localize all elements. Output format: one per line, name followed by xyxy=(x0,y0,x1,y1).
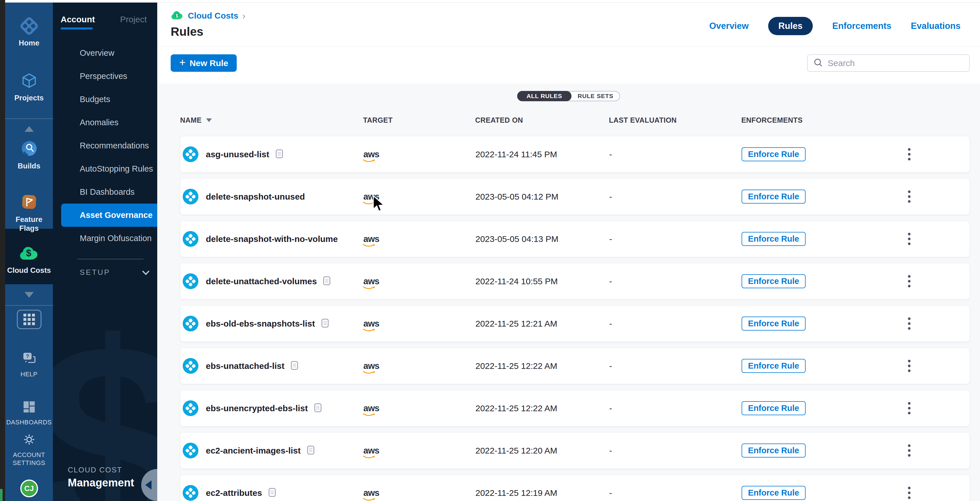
table-row[interactable]: delete-unattached-volumes aws 2022-11-24… xyxy=(180,263,970,299)
table-row[interactable]: ebs-unattached-list aws 2022-11-25 12:22… xyxy=(180,348,970,384)
rule-description-icon[interactable] xyxy=(269,488,276,498)
header-divider xyxy=(157,46,980,47)
sidebar-item-builds[interactable]: Builds xyxy=(5,139,53,170)
rule-description-icon[interactable] xyxy=(307,445,315,456)
module-title: Management xyxy=(68,477,134,489)
search-input[interactable] xyxy=(827,58,963,68)
toggle-rule-sets[interactable]: RULE SETS xyxy=(566,91,620,101)
row-menu-kebab[interactable] xyxy=(908,315,920,332)
enforce-rule-button[interactable]: Enforce Rule xyxy=(741,147,806,161)
rule-icon xyxy=(183,316,199,331)
rule-description-icon[interactable] xyxy=(291,361,298,371)
sidebar-item-account-settings[interactable]: ACCOUNTSETTINGS xyxy=(5,432,53,467)
sidebar-item-projects[interactable]: Projects xyxy=(5,72,53,102)
enforce-rule-button[interactable]: Enforce Rule xyxy=(741,232,806,246)
page-tabs: Overview Rules Enforcements Evaluations xyxy=(709,17,961,35)
last-evaluation-value: - xyxy=(609,361,741,371)
aws-target-logo: aws xyxy=(363,192,476,202)
rule-description-icon[interactable] xyxy=(323,276,331,286)
rail-divider xyxy=(5,118,53,119)
submenu-item-recommendations[interactable]: Recommendations xyxy=(53,134,157,157)
svg-text:$: $ xyxy=(26,248,31,258)
rule-description-icon[interactable] xyxy=(314,403,321,414)
submenu-item-autostopping-rules[interactable]: AutoStopping Rules xyxy=(53,157,157,180)
rail-scroll-up[interactable] xyxy=(5,126,53,132)
enforce-rule-button[interactable]: Enforce Rule xyxy=(741,359,806,373)
chat-question-icon: ? xyxy=(21,351,37,367)
created-on-value: 2022-11-25 12:22 AM xyxy=(476,404,609,413)
user-avatar[interactable]: CJ xyxy=(5,480,53,497)
rule-description-icon[interactable] xyxy=(321,318,329,329)
rule-description-icon[interactable] xyxy=(275,149,283,159)
table-row[interactable]: asg-unused-list aws 2022-11-24 11:45 PM … xyxy=(180,136,970,172)
rule-name: ec2-ancient-images-list xyxy=(206,446,301,455)
toggle-all-rules[interactable]: ALL RULES xyxy=(517,91,571,101)
submenu-item-margin-obfuscation[interactable]: Margin Obfuscation xyxy=(53,227,157,250)
rail-item-label: ACCOUNTSETTINGS xyxy=(13,451,45,467)
enforce-rule-button[interactable]: Enforce Rule xyxy=(741,486,806,500)
rule-name: ebs-unattached-list xyxy=(206,361,285,371)
table-row[interactable]: delete-snapshot-with-no-volume aws 2023-… xyxy=(180,221,970,257)
column-header-name[interactable]: NAME xyxy=(180,116,363,124)
last-evaluation-value: - xyxy=(609,319,741,329)
sidebar-item-help[interactable]: ? HELP xyxy=(5,351,53,379)
enforce-rule-button[interactable]: Enforce Rule xyxy=(741,401,806,415)
rail-divider xyxy=(5,305,53,306)
tab-overview[interactable]: Overview xyxy=(709,21,749,31)
row-menu-kebab[interactable] xyxy=(908,484,920,501)
setup-section-toggle[interactable]: SETUP xyxy=(80,268,148,277)
submenu-item-bi-dashboards[interactable]: BI Dashboards xyxy=(53,180,157,204)
breadcrumb-cloud-costs-link[interactable]: Cloud Costs xyxy=(188,11,239,21)
browser-top-edge xyxy=(0,0,980,3)
sidebar-item-cloud-costs[interactable]: $ Cloud Costs xyxy=(5,244,53,275)
rules-table-section: ALL RULES RULE SETS NAME TARGET CREATED … xyxy=(157,84,980,501)
submenu-item-perspectives[interactable]: Perspectives xyxy=(53,65,157,88)
row-menu-kebab[interactable] xyxy=(908,442,920,459)
sidebar-item-home[interactable]: Home xyxy=(5,16,53,48)
column-header-last-evaluation: LAST EVALUATION xyxy=(609,116,741,124)
rail-item-label: Home xyxy=(19,38,39,48)
module-footer: CLOUD COST Management xyxy=(68,466,134,489)
builds-icon xyxy=(20,139,38,159)
table-row[interactable]: delete-snapshot-unused aws 2023-05-05 04… xyxy=(180,178,970,215)
table-row[interactable]: ebs-unencrypted-ebs-list aws 2022-11-25 … xyxy=(180,390,970,426)
tab-rules[interactable]: Rules xyxy=(768,17,813,35)
last-evaluation-value: - xyxy=(609,234,741,244)
tab-account[interactable]: Account xyxy=(60,14,95,24)
aws-target-logo: aws xyxy=(363,445,476,456)
submenu-item-budgets[interactable]: Budgets xyxy=(53,88,157,111)
enforce-rule-button[interactable]: Enforce Rule xyxy=(741,444,806,458)
enforce-rule-button[interactable]: Enforce Rule xyxy=(741,189,806,204)
new-rule-button[interactable]: + New Rule xyxy=(171,54,237,72)
table-body: asg-unused-list aws 2022-11-24 11:45 PM … xyxy=(180,136,970,501)
sort-desc-icon xyxy=(206,118,212,122)
last-evaluation-value: - xyxy=(609,277,741,286)
submenu-item-anomalies[interactable]: Anomalies xyxy=(53,111,157,134)
enforce-rule-button[interactable]: Enforce Rule xyxy=(741,317,806,331)
table-row[interactable]: ec2-ancient-images-list aws 2022-11-25 1… xyxy=(180,433,970,469)
row-menu-kebab[interactable] xyxy=(908,188,920,205)
tab-enforcements[interactable]: Enforcements xyxy=(832,21,891,31)
rail-scroll-down[interactable] xyxy=(5,292,53,298)
rule-icon xyxy=(183,443,199,458)
row-menu-kebab[interactable] xyxy=(908,400,920,417)
table-row[interactable]: ec2-attributes aws 2022-11-25 12:19 AM -… xyxy=(180,475,970,501)
tab-evaluations[interactable]: Evaluations xyxy=(911,21,961,31)
plus-icon: + xyxy=(179,56,186,68)
sidebar-item-dashboards[interactable]: DASHBOARDS xyxy=(5,399,53,426)
row-menu-kebab[interactable] xyxy=(908,146,920,163)
last-evaluation-value: - xyxy=(609,150,741,159)
row-menu-kebab[interactable] xyxy=(908,358,920,375)
tab-project[interactable]: Project xyxy=(120,14,146,24)
submenu-item-asset-governance[interactable]: Asset Governance xyxy=(61,204,157,227)
created-on-value: 2022-11-25 12:20 AM xyxy=(476,446,609,455)
submenu-item-overview[interactable]: Overview xyxy=(53,41,157,65)
table-row[interactable]: ebs-old-ebs-snapshots-list aws 2022-11-2… xyxy=(180,305,970,342)
column-header-enforcements: ENFORCEMENTS xyxy=(741,116,909,124)
module-selector-button[interactable] xyxy=(5,310,53,329)
row-menu-kebab[interactable] xyxy=(908,273,920,290)
enforce-rule-button[interactable]: Enforce Rule xyxy=(741,274,806,288)
cloud-costs-icon: $ xyxy=(19,244,40,263)
row-menu-kebab[interactable] xyxy=(908,231,920,248)
sidebar-item-feature-flags[interactable]: Feature Flags xyxy=(5,193,53,233)
